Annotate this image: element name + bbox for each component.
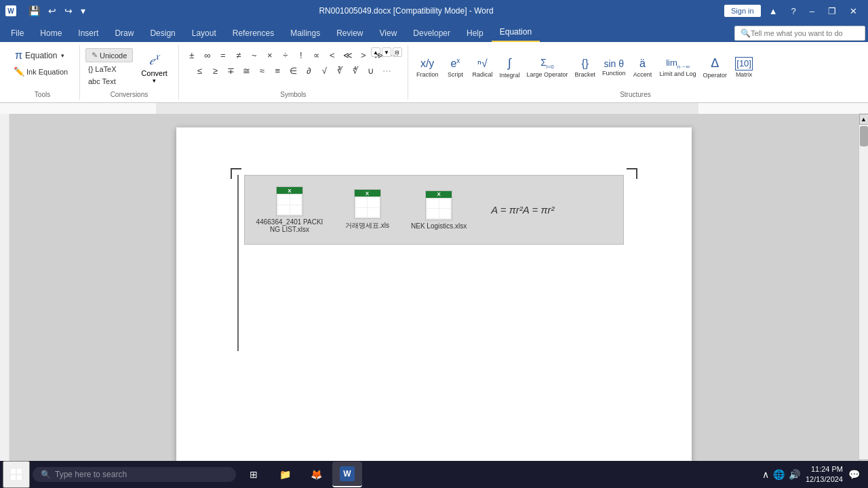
ruler bbox=[0, 103, 868, 114]
tab-developer[interactable]: Developer bbox=[405, 24, 458, 42]
taskbar-search[interactable]: 🔍 bbox=[33, 467, 236, 482]
tell-me-input[interactable] bbox=[751, 29, 859, 37]
sym-times[interactable]: × bbox=[262, 47, 277, 62]
tab-draw[interactable]: Draw bbox=[106, 24, 142, 42]
save-button[interactable]: 💾 bbox=[26, 4, 43, 18]
customize-quick-access-button[interactable]: ▾ bbox=[78, 4, 88, 18]
undo-button[interactable]: ↩ bbox=[45, 4, 59, 18]
scroll-up-button[interactable]: ▲ bbox=[859, 114, 869, 125]
symbols-expand-button[interactable]: ⊟ bbox=[393, 47, 402, 57]
sym-prop[interactable]: ∝ bbox=[309, 47, 324, 62]
bracket-button[interactable]: {} Bracket bbox=[572, 56, 599, 79]
sym-leq[interactable]: ≤ bbox=[192, 63, 207, 78]
equation-icon: π bbox=[15, 49, 22, 62]
taskbar-search-input[interactable] bbox=[55, 470, 228, 479]
tell-me-bar[interactable]: 🔍 bbox=[734, 26, 865, 41]
sym-not-equals[interactable]: ≠ bbox=[231, 47, 246, 62]
limit-log-button[interactable]: limn→∞ Limit and Log bbox=[657, 56, 699, 79]
system-clock[interactable]: 11:24 PM 12/13/2024 bbox=[806, 464, 843, 485]
tab-references[interactable]: References bbox=[224, 24, 282, 42]
taskbar-item-taskview[interactable]: ⊞ bbox=[239, 462, 269, 487]
symbols-row-1: ± ∞ = ≠ ~ × ÷ ! ∝ < ≪ > ≫ ⋯ bbox=[184, 47, 402, 62]
help-button[interactable]: ? bbox=[786, 3, 802, 19]
abc-text-button[interactable]: abc Text bbox=[85, 76, 133, 87]
sym-divide[interactable]: ÷ bbox=[278, 47, 293, 62]
tab-layout[interactable]: Layout bbox=[184, 24, 224, 42]
sym-cong[interactable]: ≅ bbox=[239, 63, 254, 78]
notification-icon[interactable]: 💬 bbox=[848, 469, 860, 480]
tab-mailings[interactable]: Mailings bbox=[282, 24, 328, 42]
sym-cbrt[interactable]: ∛ bbox=[332, 63, 347, 78]
sym-union[interactable]: ∪ bbox=[363, 63, 378, 78]
tab-file[interactable]: File bbox=[3, 24, 32, 42]
speaker-icon[interactable]: 🔊 bbox=[789, 469, 800, 480]
large-operator-button[interactable]: Σi=0 Large Operator bbox=[524, 56, 570, 79]
sym-equiv[interactable]: ≡ bbox=[270, 63, 285, 78]
symbols-scroll-up-button[interactable]: ▲ bbox=[371, 47, 380, 57]
latex-button[interactable]: {} LaTeX bbox=[85, 64, 133, 75]
large-operator-icon: Σi=0 bbox=[540, 57, 554, 70]
close-button[interactable]: ✕ bbox=[844, 3, 863, 19]
sym-less[interactable]: < bbox=[325, 47, 340, 62]
sign-in-button[interactable]: Sign in bbox=[724, 5, 761, 17]
minimize-button[interactable]: – bbox=[804, 3, 820, 19]
sym-greater[interactable]: > bbox=[356, 47, 371, 62]
tray-icons: ∧ 🌐 🔊 bbox=[762, 469, 800, 480]
convert-arrow-icon: ▾ bbox=[153, 77, 156, 84]
tab-view[interactable]: View bbox=[372, 24, 406, 42]
ink-equation-label: Ink Equation bbox=[26, 68, 68, 76]
tab-insert[interactable]: Insert bbox=[70, 24, 106, 42]
fraction-button[interactable]: x/y Fraction bbox=[414, 56, 441, 79]
scroll-track bbox=[859, 125, 869, 460]
radical-button[interactable]: ⁿ√ Radical bbox=[469, 56, 495, 79]
sym-sqrt[interactable]: √ bbox=[317, 63, 332, 78]
equation-dropdown-button[interactable]: π Equation ▾ bbox=[11, 47, 71, 64]
sym-plus-minus[interactable]: ± bbox=[184, 47, 199, 62]
network-icon[interactable]: 🌐 bbox=[773, 469, 785, 480]
convert-button[interactable]: Convert ▾ bbox=[136, 68, 173, 85]
ribbon-toggle-button[interactable]: ▲ bbox=[764, 3, 783, 19]
matrix-button[interactable]: [10] Matrix bbox=[731, 56, 757, 79]
fraction-label: Fraction bbox=[416, 71, 439, 78]
sym-in[interactable]: ∈ bbox=[285, 63, 300, 78]
sym-partial[interactable]: ∂ bbox=[301, 63, 316, 78]
tab-design[interactable]: Design bbox=[142, 24, 183, 42]
tab-home[interactable]: Home bbox=[32, 24, 70, 42]
script-button[interactable]: ex Script bbox=[442, 56, 468, 79]
file-icon-2: X bbox=[354, 189, 381, 219]
symbols-scroll-down-button[interactable]: ▼ bbox=[382, 47, 391, 57]
taskbar-item-word[interactable]: W bbox=[332, 462, 362, 487]
sym-equals[interactable]: = bbox=[216, 47, 231, 62]
sym-extra[interactable]: ⋯ bbox=[379, 63, 394, 78]
unicode-button[interactable]: ✎ Unicode bbox=[85, 48, 133, 62]
sym-approx[interactable]: ≈ bbox=[254, 63, 269, 78]
sym-infinity[interactable]: ∞ bbox=[200, 47, 215, 62]
taskbar-item-firefox[interactable]: 🦊 bbox=[301, 462, 331, 487]
scroll-thumb[interactable] bbox=[860, 126, 868, 146]
operator-button[interactable]: Δ Operator bbox=[701, 55, 730, 80]
left-ruler bbox=[0, 114, 9, 470]
redo-button[interactable]: ↪ bbox=[62, 4, 75, 18]
file-explorer-icon: 📁 bbox=[277, 467, 292, 482]
integral-button[interactable]: ∫ Integral bbox=[496, 55, 522, 80]
tab-equation[interactable]: Equation bbox=[492, 23, 540, 42]
sym-exclaim[interactable]: ! bbox=[294, 47, 309, 62]
sym-geq[interactable]: ≥ bbox=[208, 63, 222, 78]
taskbar-item-explorer[interactable]: 📁 bbox=[270, 462, 300, 487]
function-button[interactable]: sin θ Function bbox=[599, 57, 629, 79]
start-button[interactable] bbox=[3, 461, 30, 488]
main-area: X 4466364_2401 PACKING LIST.xlsx X bbox=[0, 114, 868, 470]
tab-help[interactable]: Help bbox=[458, 24, 492, 42]
ink-equation-button[interactable]: ✏️ Ink Equation bbox=[11, 65, 71, 78]
function-label: Function bbox=[602, 70, 626, 77]
sym-much-less[interactable]: ≪ bbox=[340, 47, 355, 62]
restore-button[interactable]: ❐ bbox=[823, 3, 842, 19]
unicode-label: Unicode bbox=[100, 52, 127, 60]
accent-button[interactable]: ä Accent bbox=[630, 56, 656, 79]
sym-tilde[interactable]: ~ bbox=[247, 47, 262, 62]
sym-mp[interactable]: ∓ bbox=[223, 63, 238, 78]
sym-fthrt[interactable]: ∜ bbox=[348, 63, 363, 78]
matrix-icon: [10] bbox=[735, 57, 753, 70]
tray-up-icon[interactable]: ∧ bbox=[762, 469, 769, 480]
tab-review[interactable]: Review bbox=[328, 24, 371, 42]
